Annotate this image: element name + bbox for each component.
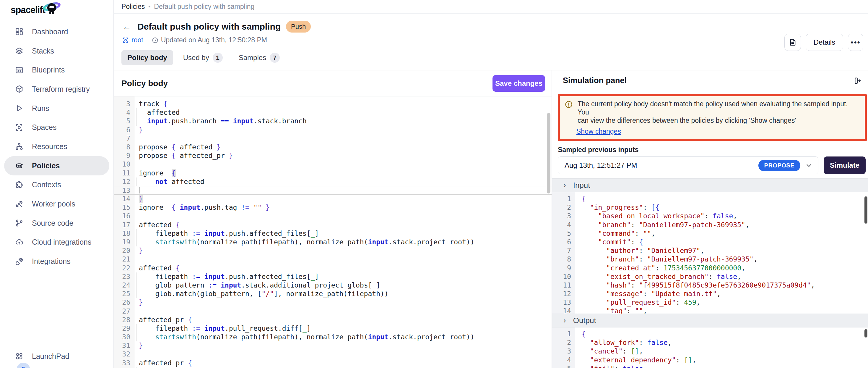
sidebar-item-label: Spaces [32, 123, 56, 132]
collapse-panel-button[interactable] [853, 76, 862, 85]
tab-policy-body[interactable]: Policy body [121, 50, 173, 65]
sidebar-item-stacks[interactable]: Stacks [4, 41, 109, 61]
sidebar-item-label: Integrations [32, 257, 71, 266]
sidebar-item-launchpad[interactable]: LaunchPad [4, 347, 109, 366]
save-changes-button[interactable]: Save changes [493, 75, 545, 92]
sidebar-item-runs[interactable]: Runs [4, 99, 109, 118]
code-line: 4 "branch": "Daniellem97-patch-369935", [552, 221, 868, 229]
simulation-panel-header: Simulation panel [552, 70, 868, 91]
code-line: 2 "in_progress": [{ [552, 203, 868, 212]
sidebar-item-label: LaunchPad [32, 352, 69, 361]
simulate-button[interactable]: Simulate [824, 157, 866, 174]
chevron-right-icon: › [563, 181, 566, 190]
space-link[interactable]: root [122, 36, 143, 44]
details-button[interactable]: Details [806, 34, 843, 51]
breadcrumb: Policies • Default push policy with samp… [114, 0, 868, 13]
input-scrollbar[interactable] [864, 196, 867, 224]
sampled-input-dropdown[interactable]: Aug 13th, 12:51:27 PM PROPOSE [558, 157, 818, 174]
code-line: 6} [114, 126, 552, 134]
policy-body-header: Policy body Save changes [114, 70, 552, 96]
sidebar-item-label: Stacks [32, 47, 54, 55]
simulation-panel-title: Simulation panel [563, 76, 627, 85]
sidebar-item-label: Cloud integrations [32, 238, 92, 247]
sidebar-item-worker-pools[interactable]: Worker pools [4, 194, 109, 214]
code-line: 7 [114, 134, 552, 143]
tab-used-by[interactable]: Used by 1 [177, 49, 229, 66]
code-line: 13 [114, 186, 552, 195]
stacks-icon [15, 47, 24, 55]
sidebar-item-contexts[interactable]: Contexts [4, 175, 109, 195]
sampled-inputs-label: Sampled previous inputs [558, 146, 868, 154]
sidebar-item-terraform-registry[interactable]: Terraform registry [4, 80, 109, 99]
sidebar-item-cloud-integrations[interactable]: Cloud integrations [4, 233, 109, 252]
git-branch-icon [15, 219, 24, 227]
sidebar-item-blueprints[interactable]: Blueprints [4, 60, 109, 80]
sidebar-item-dashboard[interactable]: Dashboard [4, 22, 109, 41]
input-section-header[interactable]: › Input [552, 178, 868, 192]
code-line: 1{ [552, 195, 868, 203]
code-line: 1{ [552, 330, 868, 338]
code-line: 20} [114, 247, 552, 255]
code-line: 4 affected [114, 108, 552, 117]
collapse-panel-icon [853, 76, 862, 85]
input-json-editor[interactable]: 1{2 "in_progress": [{3 "based_on_local_w… [552, 192, 868, 314]
tab-count-badge: 1 [213, 53, 223, 63]
output-json-lines: 1{2 "allow_fork": false,3 "cancel": [],4… [552, 330, 868, 368]
launchpad-icon [15, 352, 24, 361]
code-line: 8propose { affected } [114, 143, 552, 151]
output-json-editor[interactable]: 1{2 "allow_fork": false,3 "cancel": [],4… [552, 328, 868, 368]
code-line: 14} [114, 195, 552, 203]
code-line: 25 glob.match(glob_pattern, ["/"], norma… [114, 290, 552, 298]
more-button[interactable]: ••• [848, 34, 863, 51]
code-line: 3 "cancel": [], [552, 347, 868, 356]
sidebar-item-spaces[interactable]: Spaces [4, 118, 109, 137]
logo-text: spacelift [11, 5, 45, 16]
code-line: 11 "hash": "f499515f8f0485c93efe5763260e… [552, 281, 868, 290]
sidebar-item-label: Blueprints [32, 66, 65, 74]
output-scrollbar[interactable] [864, 329, 867, 338]
sidebar-item-policies[interactable]: Policies [4, 156, 109, 175]
output-section-header[interactable]: › Output [552, 314, 868, 328]
code-line: 5 input.push.branch == input.stack.branc… [114, 117, 552, 125]
title-row: ← Default push policy with sampling Push [121, 21, 868, 32]
policy-document-button[interactable] [784, 34, 801, 51]
propose-badge: PROPOSE [758, 160, 800, 171]
sidebar-bottom: LaunchPad [0, 347, 114, 366]
code-line: 30 startswith(normalize_path(filepath), … [114, 333, 552, 341]
code-line: 12 not affected [114, 177, 552, 186]
astronaut-icon [43, 1, 61, 17]
code-line: 16 [114, 212, 552, 220]
sidebar-item-label: Source code [32, 219, 73, 227]
editor-scrollbar[interactable] [547, 113, 550, 194]
blueprints-icon [15, 66, 24, 75]
sidebar-item-source-code[interactable]: Source code [4, 214, 109, 233]
code-line: 28affected_pr { [114, 316, 552, 324]
sidebar-item-label: Terraform registry [32, 85, 90, 93]
clock-icon [152, 37, 159, 44]
policy-code-editor[interactable]: 3track {4 affected5 input.push.branch ==… [114, 96, 552, 368]
breadcrumb-separator: • [148, 3, 150, 10]
code-line: 31} [114, 341, 552, 350]
play-icon [15, 104, 24, 113]
sidebar-item-resources[interactable]: Resources [4, 137, 109, 156]
show-changes-link[interactable]: Show changes [577, 128, 621, 136]
code-line: 29 filepath := input.pull_request.diff[_… [114, 324, 552, 333]
sidebar-item-label: Resources [32, 142, 67, 151]
code-line: 5 "fail": false, [552, 364, 868, 368]
policy-body-title: Policy body [121, 79, 168, 88]
sidebar-item-integrations[interactable]: Integrations [4, 252, 109, 271]
back-button[interactable]: ← [121, 21, 132, 32]
spaces-icon [15, 123, 24, 132]
code-line: 18 filepath := input.push.affected_files… [114, 229, 552, 238]
sampled-input-value: Aug 13th, 12:51:27 PM [565, 161, 758, 170]
code-line: 10 [114, 160, 552, 169]
code-line: 19 startswith(normalize_path(filepath), … [114, 238, 552, 247]
spacelift-logo[interactable]: spacelift [11, 4, 61, 17]
input-section-label: Input [573, 181, 590, 190]
document-icon [788, 38, 797, 47]
simulation-panel-body: The current policy body doesn't match th… [552, 91, 868, 368]
breadcrumb-policies[interactable]: Policies [121, 3, 145, 11]
tab-samples[interactable]: Samples 7 [233, 49, 286, 66]
code-line: 8 "branch": "Daniellem97-patch-369935", [552, 255, 868, 263]
code-line: 3 "based_on_local_workspace": false, [552, 212, 868, 220]
